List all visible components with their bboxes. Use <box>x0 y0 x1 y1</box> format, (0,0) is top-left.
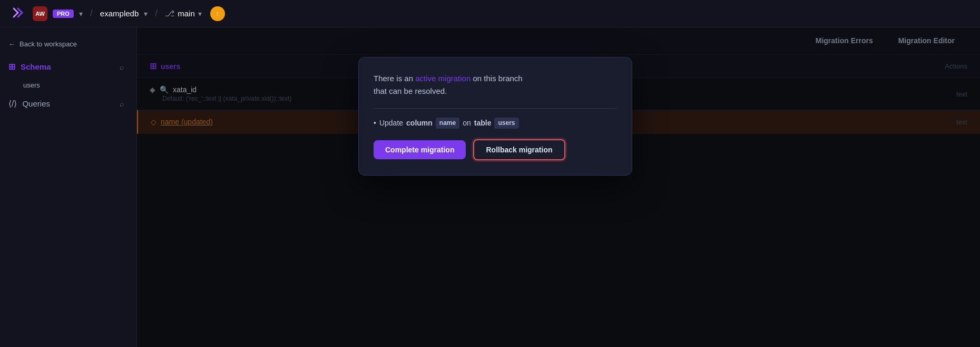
queries-header[interactable]: ⟨/⟩ Queries <box>0 93 58 114</box>
rollback-migration-button[interactable]: Rollback migration <box>473 139 565 160</box>
back-to-workspace[interactable]: ← Back to workspace <box>0 36 136 56</box>
bullet-table-bold: table <box>474 117 492 129</box>
popup-description: There is an active migration on this bra… <box>374 72 617 98</box>
schema-search-icon[interactable]: ⌕ <box>120 63 130 71</box>
pro-badge: PRO <box>53 9 74 18</box>
column-name-badge: name <box>436 118 459 129</box>
schema-label: Schema <box>21 62 51 71</box>
migration-icon: ↑ <box>215 9 219 18</box>
user-avatar: AW <box>33 6 47 21</box>
schema-icon: ⊞ <box>8 62 15 72</box>
bullet-column-bold: column <box>406 117 433 129</box>
schema-section-row: ⊞ Schema ⌕ <box>0 56 136 77</box>
popup-actions: Complete migration Rollback migration <box>374 139 617 160</box>
db-chevron[interactable]: ▾ <box>144 9 148 18</box>
content-area: Migration Errors Migration Editor ⊞ user… <box>137 27 980 347</box>
branch-icon: ⎇ <box>165 8 174 18</box>
popup-overlay[interactable]: There is an active migration on this bra… <box>137 27 980 347</box>
bullet-on-text: on <box>463 117 471 129</box>
queries-section: ⟨/⟩ Queries ⌕ <box>0 93 136 114</box>
separator-1: / <box>90 8 93 19</box>
migration-indicator[interactable]: ↑ <box>210 6 225 21</box>
schema-header[interactable]: ⊞ Schema <box>0 56 60 77</box>
active-migration-link[interactable]: active migration <box>415 74 471 83</box>
popup-divider <box>374 108 617 109</box>
popup-text-before: There is an <box>374 74 415 83</box>
top-nav: AW PRO ▾ / exampledb ▾ / ⎇ main ▾ ↑ <box>0 0 980 27</box>
queries-label: Queries <box>22 99 50 108</box>
complete-migration-button[interactable]: Complete migration <box>374 140 466 159</box>
table-name-badge: users <box>494 118 518 129</box>
branch-name: main <box>178 9 195 18</box>
db-name[interactable]: exampledb <box>100 9 139 18</box>
queries-search-icon[interactable]: ⌕ <box>120 100 130 108</box>
branch-chevron[interactable]: ▾ <box>198 9 202 18</box>
back-label: Back to workspace <box>19 40 77 48</box>
bullet-update-text: Update <box>379 117 403 129</box>
sidebar: ← Back to workspace ⊞ Schema ⌕ users ⟨/⟩… <box>0 27 137 347</box>
back-arrow-icon: ← <box>8 40 15 48</box>
separator-2: / <box>155 8 158 19</box>
account-chevron[interactable]: ▾ <box>79 9 83 18</box>
queries-section-row: ⟨/⟩ Queries ⌕ <box>0 93 136 114</box>
queries-icon: ⟨/⟩ <box>8 99 17 109</box>
app-logo[interactable] <box>8 4 27 23</box>
sidebar-item-users[interactable]: users <box>0 77 136 93</box>
migration-popup: There is an active migration on this bra… <box>358 57 632 176</box>
schema-section: ⊞ Schema ⌕ users <box>0 56 136 93</box>
bullet-dot: • <box>374 117 376 129</box>
branch-selector[interactable]: ⎇ main ▾ <box>165 8 202 18</box>
main-layout: ← Back to workspace ⊞ Schema ⌕ users ⟨/⟩… <box>0 27 980 347</box>
popup-bullet: • Update column name on table users <box>374 117 617 129</box>
